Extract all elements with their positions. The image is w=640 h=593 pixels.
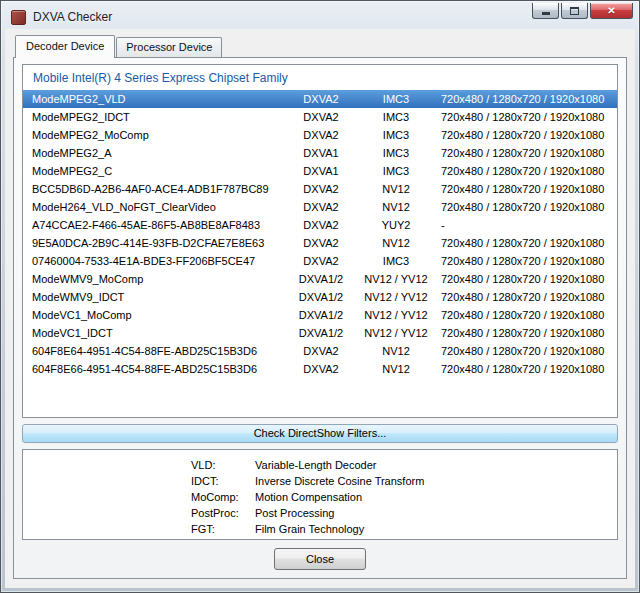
decoder-row-api: DXVA1 [289,165,353,177]
decoder-row-name: ModeVC1_MoComp [23,309,289,321]
decoder-row-name: BCC5DB6D-A2B6-4AF0-ACE4-ADB1F787BC89 [23,183,289,195]
tab-decoder-device[interactable]: Decoder Device [15,35,115,58]
decoder-row-format: NV12 [353,183,439,195]
tab-processor-device[interactable]: Processor Device [116,37,222,57]
decoder-row[interactable]: ModeWMV9_IDCT DXVA1/2 NV12 / YV12 720x48… [23,288,617,306]
decoder-row-api: DXVA2 [289,129,353,141]
legend-abbr: IDCT: [191,473,255,489]
minimize-button[interactable] [532,3,559,19]
decoder-row-resolutions: 720x480 / 1280x720 / 1920x1080 [439,273,617,285]
close-window-button[interactable]: ✕ [590,3,633,19]
decoder-row-resolutions: - [439,219,617,231]
decoder-row-resolutions: 720x480 / 1280x720 / 1920x1080 [439,345,617,357]
decoder-row-name: ModeMPEG2_A [23,147,289,159]
legend-description: Film Grain Technology [255,521,364,537]
legend-row: VLD: Variable-Length Decoder [23,457,617,473]
decoder-row-format: IMC3 [353,165,439,177]
legend-abbr: FGT: [191,521,255,537]
legend-description: Motion Compensation [255,489,362,505]
decoder-row-name: 604F8E64-4951-4C54-88FE-ABD25C15B3D6 [23,345,289,357]
decoder-device-list[interactable]: Mobile Intel(R) 4 Series Express Chipset… [22,64,618,418]
decoder-row-format: NV12 [353,363,439,375]
decoder-row[interactable]: ModeMPEG2_C DXVA1 IMC3 720x480 / 1280x72… [23,162,617,180]
decoder-row[interactable]: A74CCAE2-F466-45AE-86F5-AB8BE8AF8483 DXV… [23,216,617,234]
decoder-row[interactable]: ModeH264_VLD_NoFGT_ClearVideo DXVA2 NV12… [23,198,617,216]
decoder-row-name: ModeWMV9_IDCT [23,291,289,303]
close-button[interactable]: Close [274,548,366,570]
legend-panel: VLD: Variable-Length Decoder IDCT: Inver… [22,449,618,540]
decoder-row-name: ModeMPEG2_MoComp [23,129,289,141]
decoder-row-format: IMC3 [353,129,439,141]
legend-description: Post Processing [255,505,334,521]
decoder-row-name: ModeWMV9_MoComp [23,273,289,285]
close-button-row: Close [22,548,618,570]
decoder-row[interactable]: 9E5A0DCA-2B9C-414E-93FB-D2CFAE7E8E63 DXV… [23,234,617,252]
decoder-row-resolutions: 720x480 / 1280x720 / 1920x1080 [439,93,617,105]
decoder-row[interactable]: ModeMPEG2_VLD DXVA2 IMC3 720x480 / 1280x… [23,90,617,108]
decoder-row-format: NV12 / YV12 [353,327,439,339]
decoder-row-api: DXVA1/2 [289,309,353,321]
maximize-icon [570,7,579,15]
decoder-row-resolutions: 720x480 / 1280x720 / 1920x1080 [439,327,617,339]
decoder-row-resolutions: 720x480 / 1280x720 / 1920x1080 [439,165,617,177]
decoder-row[interactable]: 604F8E66-4951-4C54-88FE-ABD25C15B3D6 DXV… [23,360,617,378]
decoder-row[interactable]: 07460004-7533-4E1A-BDE3-FF206BF5CE47 DXV… [23,252,617,270]
decoder-device-tabpage: Mobile Intel(R) 4 Series Express Chipset… [13,57,627,579]
maximize-button[interactable] [561,3,588,19]
decoder-row-format: NV12 [353,237,439,249]
legend-row: MoComp: Motion Compensation [23,489,617,505]
decoder-row-format: NV12 / YV12 [353,273,439,285]
decoder-row-format: NV12 [353,345,439,357]
decoder-row-name: ModeMPEG2_IDCT [23,111,289,123]
decoder-row-api: DXVA1/2 [289,273,353,285]
decoder-row-name: ModeVC1_IDCT [23,327,289,339]
legend-row: FGT: Film Grain Technology [23,521,617,537]
titlebar[interactable]: DXVA Checker ✕ [5,5,635,29]
decoder-row-api: DXVA2 [289,183,353,195]
decoder-row[interactable]: ModeVC1_MoComp DXVA1/2 NV12 / YV12 720x4… [23,306,617,324]
decoder-row-api: DXVA2 [289,237,353,249]
decoder-row-format: IMC3 [353,255,439,267]
dxva-checker-window: DXVA Checker ✕ Decoder Device Processor … [0,0,640,593]
decoder-row[interactable]: BCC5DB6D-A2B6-4AF0-ACE4-ADB1F787BC89 DXV… [23,180,617,198]
decoder-row[interactable]: 604F8E64-4951-4C54-88FE-ABD25C15B3D6 DXV… [23,342,617,360]
app-icon [11,10,26,25]
tab-strip: Decoder Device Processor Device [13,35,627,57]
decoder-row[interactable]: ModeMPEG2_IDCT DXVA2 IMC3 720x480 / 1280… [23,108,617,126]
decoder-row-format: YUY2 [353,219,439,231]
legend-description: Inverse Discrete Cosine Transform [255,473,424,489]
decoder-row-resolutions: 720x480 / 1280x720 / 1920x1080 [439,183,617,195]
decoder-row-format: NV12 / YV12 [353,309,439,321]
decoder-row-api: DXVA2 [289,111,353,123]
decoder-row-api: DXVA2 [289,255,353,267]
check-directshow-filters-button[interactable]: Check DirectShow Filters... [22,424,618,443]
decoder-row-api: DXVA2 [289,345,353,357]
legend-row: PostProc: Post Processing [23,505,617,521]
decoder-row-name: 604F8E66-4951-4C54-88FE-ABD25C15B3D6 [23,363,289,375]
decoder-row[interactable]: ModeVC1_IDCT DXVA1/2 NV12 / YV12 720x480… [23,324,617,342]
decoder-row-api: DXVA2 [289,93,353,105]
decoder-row[interactable]: ModeWMV9_MoComp DXVA1/2 NV12 / YV12 720x… [23,270,617,288]
decoder-row-resolutions: 720x480 / 1280x720 / 1920x1080 [439,147,617,159]
decoder-row-name: 9E5A0DCA-2B9C-414E-93FB-D2CFAE7E8E63 [23,237,289,249]
decoder-row-api: DXVA2 [289,201,353,213]
decoder-row-resolutions: 720x480 / 1280x720 / 1920x1080 [439,237,617,249]
decoder-row-name: ModeH264_VLD_NoFGT_ClearVideo [23,201,289,213]
decoder-row-api: DXVA2 [289,363,353,375]
decoder-row-resolutions: 720x480 / 1280x720 / 1920x1080 [439,291,617,303]
minimize-icon [542,12,550,15]
device-name-header: Mobile Intel(R) 4 Series Express Chipset… [23,65,617,90]
decoder-row[interactable]: ModeMPEG2_A DXVA1 IMC3 720x480 / 1280x72… [23,144,617,162]
decoder-row-api: DXVA1 [289,147,353,159]
decoder-row-api: DXVA2 [289,219,353,231]
decoder-row-resolutions: 720x480 / 1280x720 / 1920x1080 [439,201,617,213]
legend-abbr: MoComp: [191,489,255,505]
legend-abbr: VLD: [191,457,255,473]
decoder-row-name: 07460004-7533-4E1A-BDE3-FF206BF5CE47 [23,255,289,267]
decoder-row-format: IMC3 [353,147,439,159]
decoder-row[interactable]: ModeMPEG2_MoComp DXVA2 IMC3 720x480 / 12… [23,126,617,144]
decoder-row-name: A74CCAE2-F466-45AE-86F5-AB8BE8AF8483 [23,219,289,231]
decoder-row-name: ModeMPEG2_C [23,165,289,177]
client-area: Decoder Device Processor Device Mobile I… [5,29,635,588]
caption-buttons: ✕ [532,3,633,19]
